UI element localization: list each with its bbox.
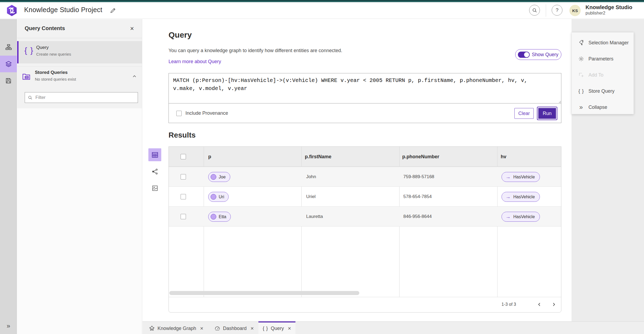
tab-label: Knowledge Graph [158,326,196,331]
table-view-button[interactable] [148,148,161,161]
query-editor[interactable]: MATCH (p:Person)-[hv:HasVehicle]->(v:Veh… [169,73,561,103]
chevron-left-icon [537,302,542,307]
column-header-p: p [208,147,211,167]
entity-dot-icon [211,194,216,200]
pagination-divider [169,297,561,297]
tool-label: Add To [588,72,603,78]
data-model-rail-button[interactable] [0,39,17,56]
tab-dashboard[interactable]: Dashboard ✕ [210,321,258,334]
relationship-arrow-icon: → [506,174,511,180]
map-view-button[interactable] [148,182,161,195]
braces-icon: { } [578,88,585,94]
search-button[interactable] [529,5,540,16]
knowledge-graph-icon [149,325,155,331]
braces-icon: { } [263,326,268,331]
stored-queries-label: Stored Queries [35,70,68,75]
column-header-firstname: p.firstName [305,147,331,167]
add-to-button: Add To [572,67,634,83]
entity-chip[interactable]: Etta [208,212,231,222]
relationship-arrow-icon: → [506,194,511,200]
row-checkbox[interactable] [181,174,186,179]
entity-dot-icon [211,214,216,220]
cell-phonenumber: 846-956-8644 [403,207,432,227]
learn-more-link[interactable]: Learn more about Query [169,59,221,64]
clear-button[interactable]: Clear [514,108,534,119]
run-button[interactable]: Run [537,107,557,120]
table-row: Etta Lauretta 846-956-8644 → HasVehicle [169,207,561,227]
horizontal-scrollbar-thumb[interactable] [169,291,359,295]
toggle-knob [524,52,529,57]
cell-firstname: John [306,167,316,187]
contents-rail-button[interactable] [0,56,17,72]
tool-label: Parameters [588,56,613,62]
table-header-row: p p.firstName p.phoneNumber hv [169,147,561,167]
table-icon [151,151,159,159]
relationship-chip[interactable]: → HasVehicle [502,212,540,222]
table-row: Uri Uriel 578-654-7854 → HasVehicle [169,187,561,207]
header-divider [546,4,546,17]
relationship-chip[interactable]: → HasVehicle [502,192,540,202]
close-tab-icon[interactable]: ✕ [250,326,254,331]
user-role: publisher2 [586,11,605,16]
layers-icon [5,60,12,67]
entity-chip[interactable]: Uri [208,192,229,202]
parameters-button[interactable]: Parameters [572,51,634,67]
gear-icon [578,56,585,62]
left-icon-rail: » [0,19,17,334]
search-icon [532,8,537,13]
user-avatar[interactable]: KS [569,5,581,16]
include-provenance-checkbox[interactable] [176,111,182,116]
contents-panel-title: Query Contents [25,25,65,31]
link-chart-view-button[interactable] [148,165,161,178]
store-query-button[interactable]: { } Store Query [572,83,634,99]
project-title: Knowledge Studio Project [24,6,102,14]
app-logo-icon[interactable] [6,5,18,16]
close-tab-icon[interactable]: ✕ [200,326,203,331]
selection-manager-button[interactable]: Selection Manager [572,35,634,51]
show-query-label: Show Query [532,52,558,58]
query-item-label: Query [36,45,49,50]
query-tools-panel: Selection Manager Parameters Add To { } … [572,32,634,114]
close-tab-icon[interactable]: ✕ [288,326,291,331]
sidebar-item-query[interactable]: { } Query Create new queries [17,41,142,63]
show-query-toggle[interactable]: Show Query [515,49,561,60]
select-all-checkbox[interactable] [181,154,186,159]
next-page-button[interactable] [549,300,558,309]
tab-knowledge-graph[interactable]: Knowledge Graph ✕ [145,321,208,334]
entity-dot-icon [211,174,216,180]
query-controls-row: Include Provenance Clear Run [169,104,561,123]
previous-page-button[interactable] [535,300,544,309]
row-checkbox[interactable] [181,214,186,219]
cell-phonenumber: 578-654-7854 [403,187,432,207]
tab-query[interactable]: { } Query ✕ [258,321,295,334]
link-chart-icon [152,168,158,175]
include-provenance-label: Include Provenance [185,110,228,116]
column-header-hv: hv [501,147,506,167]
entity-chip-label: Uri [219,195,224,199]
save-rail-button[interactable] [0,72,17,89]
dashboard-gauge-icon [214,325,220,331]
edit-title-icon[interactable] [108,6,118,15]
tool-label: Selection Manager [588,40,629,46]
relationship-chip-label: HasVehicle [513,175,535,179]
expand-rail-icon[interactable]: » [0,320,17,332]
filter-input[interactable] [35,95,135,100]
relationship-chip[interactable]: → HasVehicle [502,172,540,182]
sitemap-icon [5,44,12,51]
query-item-description: Create new queries [36,52,71,56]
collapse-panel-button[interactable]: » Collapse [572,99,634,115]
close-panel-icon[interactable]: ✕ [128,24,136,33]
query-contents-panel: Query Contents ✕ { } Query Create new qu… [17,19,142,334]
help-button[interactable]: ? [552,5,562,16]
row-checkbox[interactable] [181,194,186,199]
chevron-up-icon[interactable] [132,74,137,79]
sidebar-item-stored-queries[interactable]: Stored Queries No stored queries exist [17,66,142,88]
entity-chip[interactable]: Joe [208,172,230,182]
contents-panel-header: Query Contents ✕ [17,19,142,38]
query-editor-container: MATCH (p:Person)-[hv:HasVehicle]->(v:Veh… [169,73,561,123]
contents-panel-empty-area [17,108,142,334]
results-title: Results [169,131,196,139]
relationship-chip-label: HasVehicle [513,214,535,219]
knowledge-studio-app: Knowledge Studio Project ? KS Knowledge … [0,0,644,334]
map-icon [152,185,158,192]
